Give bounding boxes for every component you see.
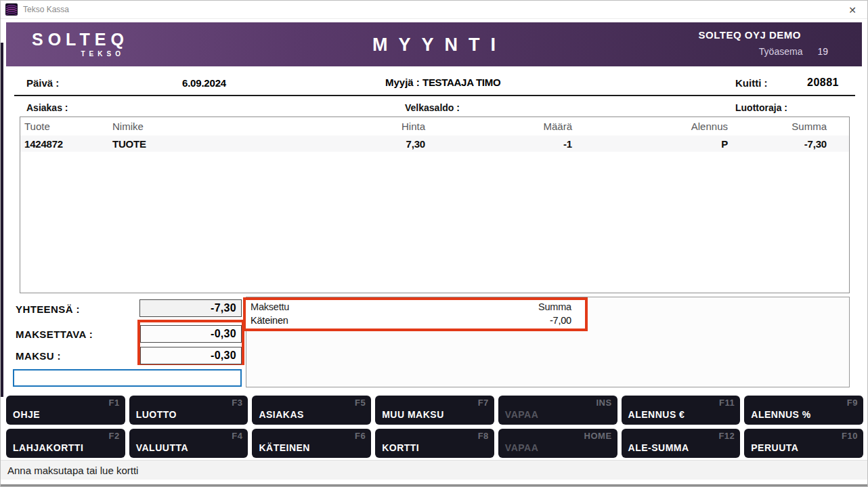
col-nimike: Nimike (112, 121, 329, 132)
cashier-group: Myyjä : TESTAAJA TIMO (385, 77, 500, 88)
items-table-header: Tuote Nimike Hinta Määrä Alennus Summa (20, 117, 849, 135)
date-value: 6.09.2024 (182, 77, 226, 89)
col-alennus: Alennus (572, 121, 728, 132)
item-product-code: 1424872 (24, 138, 112, 150)
cashier-name: TESTAAJA TIMO (422, 77, 500, 88)
payment-label: MAKSU : (16, 350, 61, 362)
payment-row: Käteinen -7,00 (246, 314, 585, 327)
store-info: SOLTEQ OYJ DEMO Työasema19 (699, 29, 862, 57)
kateinen-button[interactable]: KÄTEINEN F6 (252, 429, 371, 458)
f1-key-hint: F1 (109, 398, 120, 408)
f2-key-hint: F2 (109, 431, 120, 441)
f4-key-hint: F4 (232, 431, 242, 441)
workstation-info: Työasema19 (699, 46, 862, 57)
f10-key-hint: F10 (842, 431, 858, 441)
asiakas-button[interactable]: ASIAKAS F5 (252, 396, 371, 425)
status-bar: Anna maksutapa tai lue kortti (1, 460, 867, 480)
payable-value-box: -0,30 (140, 325, 242, 343)
payments-highlight-frame: Maksettu Summa Käteinen -7,00 (243, 297, 588, 331)
valuutta-button[interactable]: VALUUTTA F4 (129, 429, 248, 458)
function-button-grid: OHJE F1 LUOTTO F3 ASIAKAS F5 MUU MAKSU F… (6, 396, 863, 458)
payable-label: MAKSETTAVA : (16, 329, 93, 340)
close-icon[interactable]: ✕ (846, 3, 859, 17)
receipt-number: 20881 (807, 77, 839, 89)
items-table: Tuote Nimike Hinta Määrä Alennus Summa 1… (20, 117, 850, 293)
status-message: Anna maksutapa tai lue kortti (7, 465, 138, 476)
window-bottom-edge (1, 484, 867, 486)
app-window: Tekso Kassa ✕ SOLTEQ TEKSO MYYNTI SOLTEQ… (0, 0, 868, 487)
balance-label: Velkasaldo : (405, 102, 460, 113)
total-value-box: -7,30 (139, 299, 242, 317)
f11-key-hint: F11 (719, 398, 735, 408)
item-price: 7,30 (329, 138, 425, 150)
cashier-label: Myyjä : (385, 77, 420, 88)
f9-key-hint: F9 (847, 398, 858, 408)
credit-limit-label: Luottoraja : (735, 102, 787, 113)
paid-header: Maksettu (251, 300, 289, 314)
f12-key-hint: F12 (718, 431, 735, 441)
workstation-number: 19 (817, 46, 828, 57)
payment-value-box: -0,30 (140, 347, 242, 364)
alennus-percent-button[interactable]: ALENNUS % F9 (744, 396, 863, 425)
kortti-button[interactable]: KORTTI F8 (375, 429, 494, 458)
workstation-label: Työasema (759, 46, 803, 57)
receipt-label: Kuitti : (735, 77, 767, 89)
col-summa: Summa (728, 121, 827, 132)
luotto-button[interactable]: LUOTTO F3 (129, 396, 248, 425)
alennus-euro-button[interactable]: ALENNUS € F11 (622, 396, 741, 425)
app-icon (5, 3, 18, 16)
payments-header-row: Maksettu Summa (246, 300, 585, 314)
f5-key-hint: F5 (355, 398, 366, 408)
customer-label: Asiakas : (26, 102, 68, 113)
col-maara: Määrä (425, 121, 572, 132)
title-bar: Tekso Kassa ✕ (1, 1, 867, 19)
muu-maksu-button[interactable]: MUU MAKSU F7 (375, 396, 494, 425)
item-quantity: -1 (425, 138, 572, 150)
f8-key-hint: F8 (478, 431, 489, 441)
header-divider (14, 95, 855, 96)
ins-key-hint: INS (596, 398, 611, 408)
company-name: SOLTEQ OYJ DEMO (699, 29, 862, 41)
table-row[interactable]: 1424872 TUOTE 7,30 -1 P -7,30 (20, 135, 849, 152)
item-name: TUOTE (112, 138, 329, 150)
col-hinta: Hinta (329, 121, 425, 132)
payment-amount: -7,00 (550, 314, 571, 327)
vapaa-home-button: VAPAA HOME (498, 429, 617, 458)
item-sum: -7,30 (728, 138, 827, 150)
ale-summa-button[interactable]: ALE-SUMMA F12 (622, 429, 741, 458)
app-header: SOLTEQ TEKSO MYYNTI SOLTEQ OYJ DEMO Työa… (6, 22, 862, 66)
payment-method: Käteinen (251, 314, 288, 327)
col-tuote: Tuote (24, 121, 112, 132)
payment-entry-input[interactable] (13, 369, 242, 387)
totals-highlight-frame: -0,30 -0,30 (137, 320, 244, 365)
peruuta-button[interactable]: PERUUTA F10 (744, 429, 863, 458)
sum-header: Summa (538, 300, 571, 314)
f6-key-hint: F6 (355, 431, 366, 441)
item-discount: P (572, 138, 728, 150)
date-label: Päivä : (26, 77, 59, 89)
f7-key-hint: F7 (478, 398, 489, 408)
lahjakortti-button[interactable]: LAHJAKORTTI F2 (6, 429, 125, 458)
home-key-hint: HOME (584, 431, 612, 441)
vapaa-ins-button: VAPAA INS (498, 396, 617, 425)
background-window-sliver (1, 43, 3, 397)
ohje-button[interactable]: OHJE F1 (6, 396, 125, 425)
f3-key-hint: F3 (232, 398, 242, 408)
total-label: YHTEENSÄ : (16, 303, 80, 315)
window-title: Tekso Kassa (23, 5, 69, 14)
